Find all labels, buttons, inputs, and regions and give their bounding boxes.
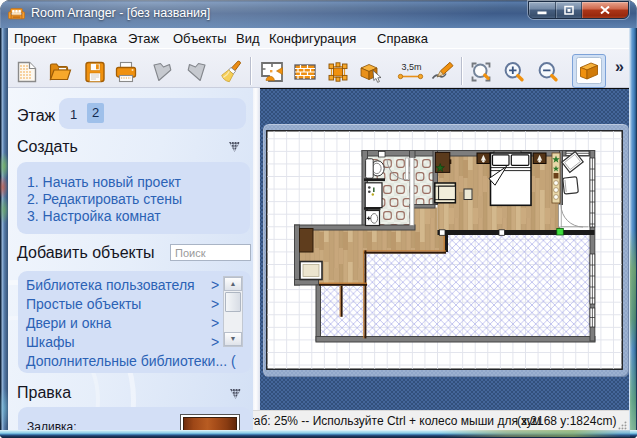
svg-text:3,5m: 3,5m [402, 62, 422, 72]
